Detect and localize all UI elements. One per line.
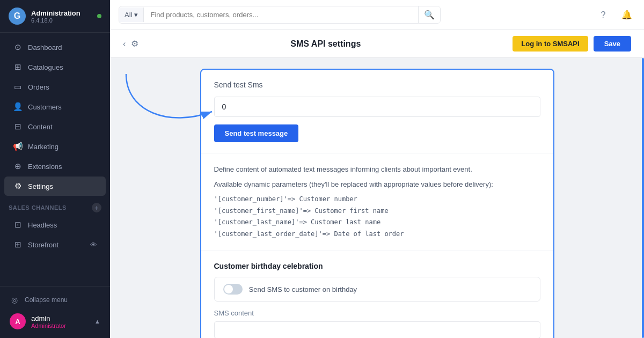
search-button[interactable]: 🔍	[418, 6, 440, 23]
scroll-indicator	[642, 58, 644, 338]
chevron-down-icon: ▾	[134, 11, 138, 19]
automated-messages-section: Define content of automated text message…	[201, 153, 553, 251]
send-test-title: Send test Sms	[214, 80, 540, 89]
login-smsapi-button[interactable]: Log in to SMSAPI	[513, 36, 588, 52]
send-test-section: Send test Sms Send test message	[201, 70, 553, 153]
birthday-toggle-row: Send SMS to customer on birthday	[214, 277, 540, 302]
app-name: Administration	[31, 9, 97, 17]
sidebar-item-customers[interactable]: 👤 Customers	[4, 97, 106, 116]
customers-icon: 👤	[13, 102, 23, 112]
status-indicator	[97, 14, 101, 18]
sidebar-item-label: Storefront	[28, 241, 58, 249]
birthday-toggle[interactable]	[223, 284, 243, 295]
sidebar-header: G Administration 6.4.18.0	[0, 0, 110, 33]
sidebar-item-label: Catalogues	[28, 63, 63, 71]
sidebar-item-content[interactable]: ⊟ Content	[4, 117, 106, 136]
orders-icon: ▭	[13, 82, 23, 92]
sms-content-input-area[interactable]	[214, 321, 540, 338]
page-header-nav: ‹ ⚙	[123, 39, 138, 49]
add-sales-channel-button[interactable]: +	[92, 203, 101, 212]
page-settings-icon[interactable]: ⚙	[131, 39, 138, 49]
user-name: admin	[31, 314, 66, 322]
param-item: '[customer_last_order_date]'=> Date of l…	[214, 229, 540, 240]
sidebar-item-settings[interactable]: ⚙ Settings	[4, 177, 106, 196]
sidebar-item-label: Extensions	[28, 163, 62, 171]
main-content: All ▾ 🔍 ? 🔔 ‹ ⚙ SMS API settings Log in …	[110, 0, 644, 338]
search-input[interactable]	[144, 8, 418, 22]
search-container: All ▾ 🔍	[119, 6, 441, 24]
dashboard-icon: ⊙	[13, 42, 23, 52]
param-item: '[customer_number]'=> Customer number	[214, 194, 540, 205]
collapse-icon: ◎	[10, 295, 19, 305]
user-role: Administrator	[31, 322, 66, 329]
content-icon: ⊟	[13, 122, 23, 131]
sidebar-item-label: Headless	[28, 221, 57, 229]
topbar-actions: ? 🔔	[595, 6, 635, 24]
app-version: 6.4.18.0	[31, 17, 97, 24]
sidebar: G Administration 6.4.18.0 ⊙ Dashboard ⊞ …	[0, 0, 110, 338]
extensions-icon: ⊕	[13, 161, 23, 171]
sidebar-item-label: Orders	[28, 83, 49, 91]
user-expand-icon: ▲	[94, 318, 100, 325]
search-filter-dropdown[interactable]: All ▾	[119, 8, 144, 22]
sidebar-item-orders[interactable]: ▭ Orders	[4, 77, 106, 97]
send-test-message-button[interactable]: Send test message	[214, 124, 299, 142]
sidebar-item-label: Customers	[28, 103, 62, 111]
sidebar-item-catalogues[interactable]: ⊞ Catalogues	[4, 57, 106, 77]
visibility-icon: 👁	[90, 241, 97, 249]
marketing-icon: 📢	[13, 142, 23, 151]
help-icon[interactable]: ?	[595, 6, 612, 24]
catalogues-icon: ⊞	[13, 62, 23, 72]
sms-settings-card: Send test Sms Send test message Define c…	[200, 69, 554, 338]
sidebar-item-storefront[interactable]: ⊞ Storefront 👁	[4, 235, 106, 254]
sales-channels-section: Sales Channels +	[0, 196, 110, 215]
page-header: ‹ ⚙ SMS API settings Log in to SMSAPI Sa…	[110, 30, 644, 58]
sidebar-nav: ⊙ Dashboard ⊞ Catalogues ▭ Orders 👤 Cust…	[0, 33, 110, 286]
sidebar-item-headless[interactable]: ⊡ Headless	[4, 215, 106, 234]
collapse-menu-button[interactable]: ◎ Collapse menu	[4, 291, 106, 309]
page-title: SMS API settings	[138, 39, 513, 49]
page-header-actions: Log in to SMSAPI Save	[513, 36, 631, 52]
app-info: Administration 6.4.18.0	[31, 9, 97, 24]
birthday-section-title: Customer birthday celebration	[214, 262, 540, 270]
user-details: admin Administrator	[31, 314, 66, 329]
sidebar-item-extensions[interactable]: ⊕ Extensions	[4, 157, 106, 176]
headless-icon: ⊡	[13, 220, 23, 230]
user-info[interactable]: A admin Administrator ▲	[4, 309, 106, 334]
sidebar-item-label: Settings	[28, 182, 53, 190]
birthday-section: Customer birthday celebration Send SMS t…	[201, 251, 553, 338]
sidebar-item-label: Content	[28, 123, 53, 131]
params-list: '[customer_number]'=> Customer number '[…	[214, 194, 540, 240]
sidebar-footer: ◎ Collapse menu A admin Administrator ▲	[0, 286, 110, 338]
params-intro: Available dynamic parameters (they'll be…	[214, 179, 540, 190]
topbar: All ▾ 🔍 ? 🔔	[110, 0, 644, 30]
back-button[interactable]: ‹	[123, 39, 126, 49]
sidebar-item-dashboard[interactable]: ⊙ Dashboard	[4, 38, 106, 57]
storefront-icon: ⊞	[13, 240, 23, 249]
birthday-toggle-label: Send SMS to customer on birthday	[249, 285, 357, 293]
notifications-icon[interactable]: 🔔	[618, 6, 635, 24]
sidebar-item-marketing[interactable]: 📢 Marketing	[4, 137, 106, 156]
sidebar-item-label: Dashboard	[28, 43, 62, 52]
automated-description: Define content of automated text message…	[214, 164, 540, 175]
content-area: Send test Sms Send test message Define c…	[110, 58, 644, 338]
app-logo: G	[9, 8, 26, 25]
test-sms-input[interactable]	[214, 97, 540, 117]
sms-content-label: SMS content	[214, 309, 540, 317]
sidebar-item-label: Marketing	[28, 143, 58, 151]
settings-icon: ⚙	[13, 181, 23, 191]
avatar: A	[10, 313, 26, 329]
param-item: '[customer_last_name]'=> Customer last n…	[214, 217, 540, 229]
param-item: '[customer_first_name]'=> Customer first…	[214, 205, 540, 217]
save-button[interactable]: Save	[594, 36, 631, 52]
